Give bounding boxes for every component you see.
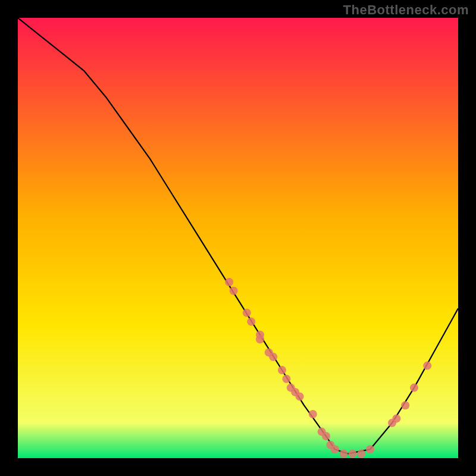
highlight-point — [309, 410, 317, 418]
highlight-point — [247, 318, 255, 326]
highlight-point — [357, 450, 365, 458]
highlight-point — [401, 401, 409, 409]
highlight-point — [410, 384, 418, 392]
highlight-point — [423, 362, 431, 370]
highlight-point — [340, 450, 348, 458]
gradient-background — [18, 18, 458, 458]
highlight-point — [256, 335, 264, 343]
chart-frame: TheBottleneck.com — [0, 0, 476, 476]
highlight-point — [366, 445, 374, 453]
highlight-point — [322, 432, 330, 440]
highlight-point — [269, 353, 277, 361]
highlight-point — [348, 450, 356, 458]
highlight-point — [296, 392, 304, 400]
highlight-point — [392, 414, 400, 422]
chart-svg — [18, 18, 458, 458]
highlight-point — [225, 278, 233, 286]
highlight-point — [243, 309, 251, 317]
highlight-point — [282, 375, 290, 383]
watermark-text: TheBottleneck.com — [343, 2, 469, 18]
highlight-point — [331, 445, 339, 453]
highlight-point — [230, 287, 238, 295]
highlight-point — [278, 366, 286, 374]
plot-area — [18, 18, 458, 458]
